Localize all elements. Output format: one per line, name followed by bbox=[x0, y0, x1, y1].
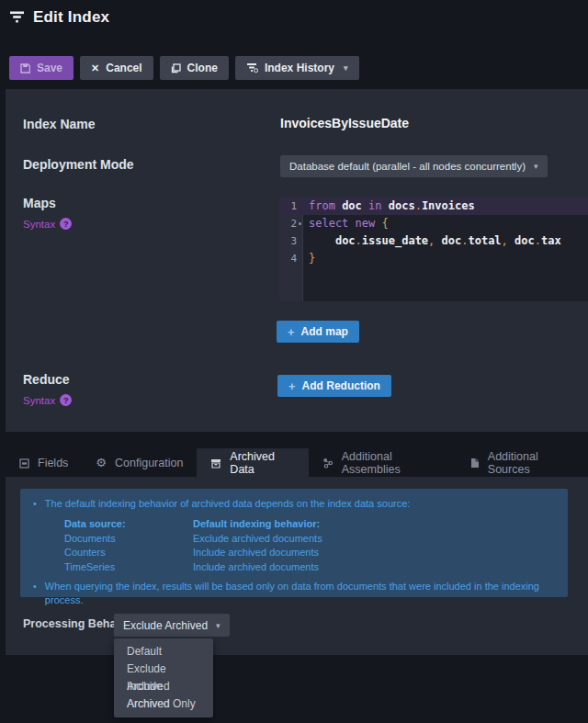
tab-label: Additional Sources bbox=[488, 450, 574, 476]
page-header: Edit Index bbox=[9, 8, 109, 27]
column-header: Data source: bbox=[64, 517, 193, 532]
help-icon: ? bbox=[60, 218, 72, 230]
processing-behavior-menu: DefaultExclude ArchivedInclude ArchivedA… bbox=[114, 638, 213, 717]
cancel-button[interactable]: ✕ Cancel bbox=[80, 56, 153, 80]
plus-icon: + bbox=[288, 379, 296, 393]
code-line[interactable]: 4} bbox=[279, 250, 588, 267]
table-cell: Documents bbox=[64, 532, 193, 547]
code-text: select new { bbox=[303, 215, 389, 232]
line-number: 3 bbox=[279, 232, 303, 250]
column-header: Default indexing behavior: bbox=[193, 517, 322, 532]
archived-data-panel: • The default indexing behavior of archi… bbox=[6, 477, 588, 655]
chevron-down-icon: ▾ bbox=[216, 621, 220, 630]
index-history-button[interactable]: Index History ▾ bbox=[235, 56, 359, 80]
add-reduction-button[interactable]: + Add Reduction bbox=[277, 375, 391, 397]
table-cell: Include archived documents bbox=[193, 546, 322, 560]
archived-data-info-box: • The default indexing behavior of archi… bbox=[20, 489, 568, 597]
page-title: Edit Index bbox=[33, 8, 109, 27]
code-text: } bbox=[303, 250, 315, 267]
map-code-editor[interactable]: 1from doc in docs.Invoices2select new {3… bbox=[279, 198, 588, 301]
gear-icon: ⚙ bbox=[96, 456, 107, 469]
tab-label: Archived Data bbox=[230, 450, 294, 476]
index-tabs: Fields⚙ConfigurationArchived DataAdditio… bbox=[6, 448, 588, 477]
menu-item-default[interactable]: Default bbox=[114, 643, 213, 661]
processing-behavior-select[interactable]: Exclude Archived ▾ bbox=[114, 614, 230, 637]
plus-icon: + bbox=[288, 325, 295, 339]
table-row: DocumentsExclude archived documents bbox=[64, 532, 322, 547]
table-cell: Exclude archived documents bbox=[193, 532, 322, 547]
tab-label: Configuration bbox=[115, 457, 183, 469]
table-cell: Include archived documents bbox=[193, 560, 322, 575]
save-button[interactable]: Save bbox=[9, 56, 74, 80]
table-header-row: Data source:Default indexing behavior: bbox=[64, 517, 322, 532]
fields-icon bbox=[19, 457, 29, 469]
deployment-mode-select[interactable]: Database default (parallel - all nodes c… bbox=[280, 155, 548, 177]
code-line[interactable]: 3 doc.issue_date, doc.total, doc.tax bbox=[279, 232, 588, 250]
menu-item-archived-only[interactable]: Archived Only bbox=[114, 695, 213, 713]
info-bullet-2: • When querying the index, results will … bbox=[33, 580, 555, 607]
code-text: from doc in docs.Invoices bbox=[303, 198, 475, 215]
line-number: 4 bbox=[279, 250, 303, 267]
chevron-down-icon: ▾ bbox=[534, 162, 538, 171]
table-cell: Counters bbox=[64, 546, 193, 560]
fold-marker-icon[interactable] bbox=[299, 222, 301, 225]
table-row: TimeSeriesInclude archived documents bbox=[64, 560, 322, 575]
tab-label: Fields bbox=[38, 457, 68, 469]
index-name-label: Index Name bbox=[23, 117, 96, 131]
table-row: CountersInclude archived documents bbox=[64, 546, 322, 560]
code-line[interactable]: 2select new { bbox=[279, 215, 588, 232]
tab-label: Additional Assemblies bbox=[342, 450, 443, 476]
tab-additional-sources[interactable]: Additional Sources bbox=[457, 448, 588, 477]
tab-configuration[interactable]: ⚙Configuration bbox=[82, 448, 197, 477]
line-number: 2 bbox=[279, 215, 303, 232]
index-definition-panel: Index Name InvoicesByIssueDate Deploymen… bbox=[6, 89, 588, 432]
table-cell: TimeSeries bbox=[64, 560, 193, 575]
clone-icon bbox=[171, 63, 181, 73]
toolbar: Save ✕ Cancel Clone Index History ▾ bbox=[9, 56, 359, 80]
assemblies-icon bbox=[322, 457, 334, 469]
reduce-label: Reduce bbox=[23, 372, 70, 387]
tab-archived-data[interactable]: Archived Data bbox=[197, 448, 308, 477]
deployment-mode-label: Deployment Mode bbox=[23, 157, 134, 172]
maps-label: Maps bbox=[23, 196, 56, 210]
line-number: 1 bbox=[279, 198, 303, 215]
help-icon: ? bbox=[60, 394, 72, 406]
clone-button[interactable]: Clone bbox=[160, 56, 229, 80]
add-map-button[interactable]: + Add map bbox=[277, 321, 359, 343]
save-icon bbox=[20, 63, 30, 73]
code-line[interactable]: 1from doc in docs.Invoices bbox=[279, 198, 588, 215]
index-name-value: InvoicesByIssueDate bbox=[280, 116, 409, 130]
reduce-syntax-link[interactable]: Syntax ? bbox=[23, 394, 72, 406]
edit-index-page: Edit Index Save ✕ Cancel Clone bbox=[0, 0, 588, 723]
tab-fields[interactable]: Fields bbox=[6, 448, 82, 477]
chevron-down-icon: ▾ bbox=[344, 63, 348, 73]
close-icon: ✕ bbox=[91, 62, 99, 74]
maps-syntax-link[interactable]: Syntax ? bbox=[23, 218, 72, 230]
bullet-icon: • bbox=[33, 580, 37, 607]
index-icon bbox=[9, 10, 26, 25]
index-history-icon bbox=[246, 62, 258, 73]
bullet-icon: • bbox=[33, 497, 37, 511]
code-text: doc.issue_date, doc.total, doc.tax bbox=[303, 232, 561, 250]
tab-additional-assemblies[interactable]: Additional Assemblies bbox=[309, 448, 457, 477]
indexing-behavior-table: Data source:Default indexing behavior:Do… bbox=[64, 517, 322, 574]
sources-icon bbox=[470, 457, 480, 469]
menu-item-exclude-archived[interactable]: Exclude Archived bbox=[114, 661, 213, 678]
archive-icon bbox=[210, 457, 221, 469]
info-bullet-1: • The default indexing behavior of archi… bbox=[33, 497, 555, 511]
